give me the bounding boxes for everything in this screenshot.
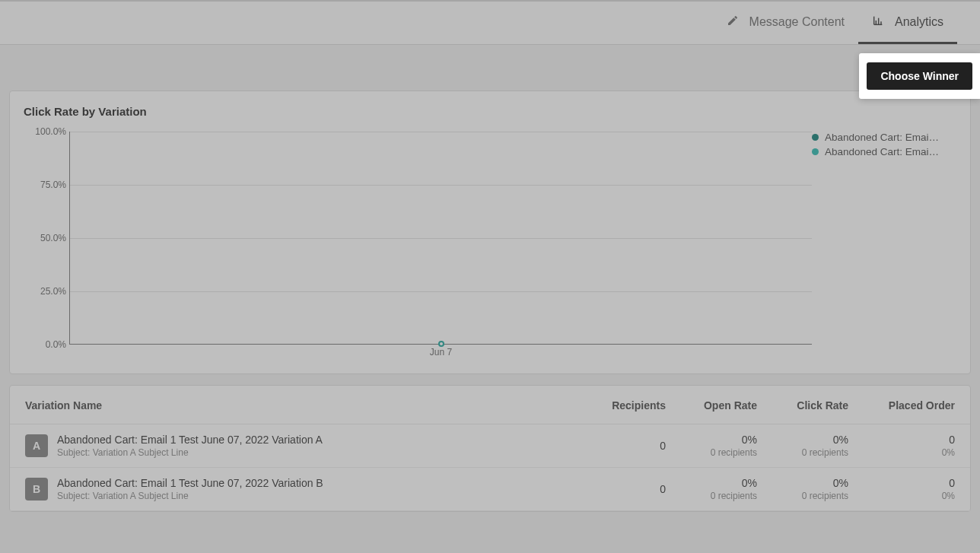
tab-message-content[interactable]: Message Content xyxy=(713,2,858,44)
legend-item: Abandoned Cart: Emai… xyxy=(812,132,956,143)
variation-badge: B xyxy=(25,478,48,501)
placed-order-value: 0 xyxy=(879,434,955,446)
legend-item: Abandoned Cart: Emai… xyxy=(812,146,956,157)
placed-order-value: 0 xyxy=(879,477,955,489)
placed-order-sub: 0% xyxy=(879,447,955,458)
recipients-value: 0 xyxy=(612,440,666,452)
open-rate-sub: 0 recipients xyxy=(696,447,757,458)
col-variation-name: Variation Name xyxy=(10,386,597,424)
chart-legend: Abandoned Cart: Emai… Abandoned Cart: Em… xyxy=(812,124,956,360)
variation-subject: Subject: Variation A Subject Line xyxy=(57,447,323,458)
click-rate-chart-card: Click Rate by Variation 100.0% 75.0% 50.… xyxy=(9,91,971,374)
y-tick-label: 75.0% xyxy=(24,180,66,190)
col-open-rate: Open Rate xyxy=(681,386,772,424)
open-rate-sub: 0 recipients xyxy=(696,491,757,501)
click-rate-sub: 0 recipients xyxy=(788,491,848,501)
choose-winner-button[interactable]: Choose Winner xyxy=(867,62,972,90)
legend-dot-icon xyxy=(812,134,819,141)
legend-dot-icon xyxy=(812,148,819,155)
y-tick-label: 0.0% xyxy=(24,339,66,350)
click-rate-value: 0% xyxy=(788,477,848,489)
variation-name: Abandoned Cart: Email 1 Test June 07, 20… xyxy=(57,434,323,446)
chart-title: Click Rate by Variation xyxy=(10,91,970,124)
y-tick-label: 100.0% xyxy=(24,126,66,137)
table-row[interactable]: B Abandoned Cart: Email 1 Test June 07, … xyxy=(10,468,970,511)
variations-table: Variation Name Recipients Open Rate Clic… xyxy=(10,386,970,511)
recipients-value: 0 xyxy=(612,483,666,495)
tab-message-content-label: Message Content xyxy=(749,15,845,29)
open-rate-value: 0% xyxy=(696,434,757,446)
top-tab-bar: Message Content Analytics xyxy=(0,0,980,45)
chart-plot-area: 100.0% 75.0% 50.0% 25.0% 0.0% Jun 7 xyxy=(24,124,812,360)
variation-name: Abandoned Cart: Email 1 Test June 07, 20… xyxy=(57,477,323,489)
chart-data-point xyxy=(438,341,444,347)
tab-analytics-label: Analytics xyxy=(895,15,943,29)
choose-winner-popover: Choose Winner xyxy=(859,53,980,99)
variation-subject: Subject: Variation A Subject Line xyxy=(57,491,323,501)
variation-badge: A xyxy=(25,434,48,457)
placed-order-sub: 0% xyxy=(879,491,955,501)
variations-table-card: Variation Name Recipients Open Rate Clic… xyxy=(9,385,971,512)
y-tick-label: 50.0% xyxy=(24,233,66,243)
click-rate-sub: 0 recipients xyxy=(788,447,848,458)
bar-chart-icon xyxy=(872,14,884,30)
col-click-rate: Click Rate xyxy=(772,386,864,424)
open-rate-value: 0% xyxy=(696,477,757,489)
click-rate-value: 0% xyxy=(788,434,848,446)
col-placed-order: Placed Order xyxy=(864,386,970,424)
col-recipients: Recipients xyxy=(597,386,681,424)
pencil-icon xyxy=(727,14,739,30)
x-tick-label: Jun 7 xyxy=(430,347,452,358)
legend-label: Abandoned Cart: Emai… xyxy=(825,132,939,143)
y-tick-label: 25.0% xyxy=(24,286,66,297)
legend-label: Abandoned Cart: Emai… xyxy=(825,146,939,157)
tab-analytics[interactable]: Analytics xyxy=(858,2,957,44)
table-row[interactable]: A Abandoned Cart: Email 1 Test June 07, … xyxy=(10,424,970,468)
